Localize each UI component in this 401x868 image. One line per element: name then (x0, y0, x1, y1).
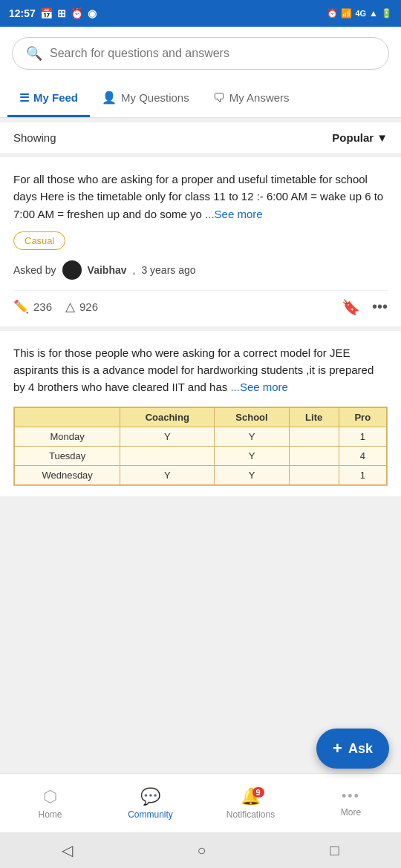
status-bar: 12:57 📅 ⊞ ⏰ ◉ ⏰ 📶 4G ▲ 🔋 (0, 0, 401, 27)
tabs-container: ☰ My Feed 👤 My Questions 🗨 My Answers (0, 80, 401, 118)
feed-icon: ☰ (19, 91, 29, 105)
col-header-school: School (215, 407, 290, 427)
cell-tue-school: Y (215, 446, 290, 465)
ask-fab-button[interactable]: + Ask (316, 729, 389, 769)
card-1-actions: ✏️ 236 △ 926 🔖 ••• (13, 290, 388, 316)
cell-wed-lite (289, 465, 339, 484)
chevron-down-icon: ▼ (376, 131, 388, 144)
edit-action[interactable]: ✏️ 236 (13, 299, 52, 315)
table-row: Tuesday Y 4 (15, 446, 387, 465)
card-1-text: For all those who are asking for a prope… (13, 171, 388, 223)
calendar-icon: 📅 (40, 7, 53, 19)
cell-tuesday: Tuesday (15, 446, 120, 465)
bookmark-icon[interactable]: 🔖 (342, 298, 360, 316)
nav-notifications-label: Notifications (226, 809, 275, 820)
system-nav-bar: ◁ ○ □ (0, 832, 401, 868)
cell-wed-pro: 1 (339, 465, 386, 484)
nav-community[interactable]: 💬 Community (100, 787, 200, 820)
search-input[interactable] (50, 47, 375, 60)
nav-community-label: Community (128, 809, 173, 820)
signal-icon: 📶 (341, 8, 352, 19)
search-container: 🔍 (0, 27, 401, 80)
more-icon[interactable]: ••• (372, 298, 388, 315)
community-icon: 💬 (140, 787, 160, 806)
cell-mon-lite (289, 427, 339, 446)
cell-mon-school: Y (215, 427, 290, 446)
see-more-1[interactable]: ...See more (205, 208, 263, 220)
action-left-1: ✏️ 236 △ 926 (13, 299, 98, 315)
card-2: This is for those people who were asking… (0, 331, 401, 496)
cell-wed-school: Y (215, 465, 290, 484)
see-more-2[interactable]: ...See more (230, 381, 288, 393)
clock-icon: ⏰ (71, 7, 83, 19)
nav-home-label: Home (38, 809, 62, 820)
notifications-badge: 9 (252, 787, 264, 798)
search-icon: 🔍 (26, 45, 42, 62)
cell-tue-lite (289, 446, 339, 465)
questions-icon: 👤 (102, 91, 117, 105)
back-button[interactable]: ◁ (62, 841, 73, 859)
col-header-pro: Pro (339, 407, 386, 427)
status-left: 12:57 📅 ⊞ ⏰ ◉ (9, 7, 97, 19)
network-icon: ▲ (369, 8, 378, 19)
status-right: ⏰ 📶 4G ▲ 🔋 (327, 8, 392, 19)
edit-icon: ✏️ (13, 299, 29, 315)
chrome-icon: ◉ (88, 7, 97, 19)
card-2-text: This is for those people who were asking… (13, 344, 388, 396)
cell-tue-coaching (120, 446, 215, 465)
upvote-icon: △ (65, 299, 75, 315)
card-1: For all those who are asking for a prope… (0, 157, 401, 326)
cell-wed-coaching: Y (120, 465, 215, 484)
cell-mon-pro: 1 (339, 427, 386, 446)
answers-icon: 🗨 (213, 91, 225, 105)
time-display: 12:57 (9, 7, 36, 19)
upvote-action[interactable]: △ 926 (65, 299, 98, 315)
nav-notifications[interactable]: 🔔 9 Notifications (200, 787, 301, 820)
popular-filter[interactable]: Popular ▼ (332, 131, 388, 144)
table-row: Monday Y Y 1 (15, 427, 387, 446)
recents-button[interactable]: □ (330, 842, 339, 859)
cell-mon-coaching: Y (120, 427, 215, 446)
grid-icon: ⊞ (57, 7, 66, 19)
col-header-coaching: Coaching (120, 407, 215, 427)
home-icon: ⬡ (43, 787, 57, 806)
4g-label: 4G (355, 9, 366, 18)
asked-by-1: Asked by Vaibhav, 3 years ago (13, 260, 388, 280)
col-header-empty (15, 407, 120, 427)
casual-tag[interactable]: Casual (13, 231, 65, 250)
nav-more-label: More (341, 807, 361, 818)
bottom-nav: ⬡ Home 💬 Community 🔔 9 Notifications •••… (0, 773, 401, 832)
alarm-icon: ⏰ (327, 8, 338, 19)
schedule-table: Coaching School Lite Pro Monday Y Y 1 Tu… (14, 407, 387, 485)
tab-my-answers[interactable]: 🗨 My Answers (201, 81, 301, 117)
showing-bar: Showing Popular ▼ (0, 122, 401, 153)
tab-my-feed[interactable]: ☰ My Feed (7, 81, 90, 117)
nav-home[interactable]: ⬡ Home (0, 787, 100, 820)
cell-tue-pro: 4 (339, 446, 386, 465)
showing-label: Showing (13, 131, 56, 144)
nav-more[interactable]: ••• More (301, 789, 401, 818)
more-dots-icon: ••• (342, 789, 360, 804)
schedule-table-wrapper: Coaching School Lite Pro Monday Y Y 1 Tu… (13, 407, 388, 486)
cell-wednesday: Wednesday (15, 465, 120, 484)
plus-icon: + (333, 739, 342, 758)
table-row: Wednesday Y Y 1 (15, 465, 387, 484)
search-bar[interactable]: 🔍 (12, 37, 389, 70)
author-name-1: Vaibhav (88, 264, 127, 276)
battery-icon: 🔋 (381, 8, 392, 19)
tab-my-questions[interactable]: 👤 My Questions (90, 80, 201, 117)
action-right-1: 🔖 ••• (342, 298, 388, 316)
home-button[interactable]: ○ (197, 842, 206, 859)
avatar-vaibhav (62, 260, 82, 280)
col-header-lite: Lite (289, 407, 339, 427)
time-ago-1: 3 years ago (141, 264, 195, 276)
cell-monday: Monday (15, 427, 120, 446)
